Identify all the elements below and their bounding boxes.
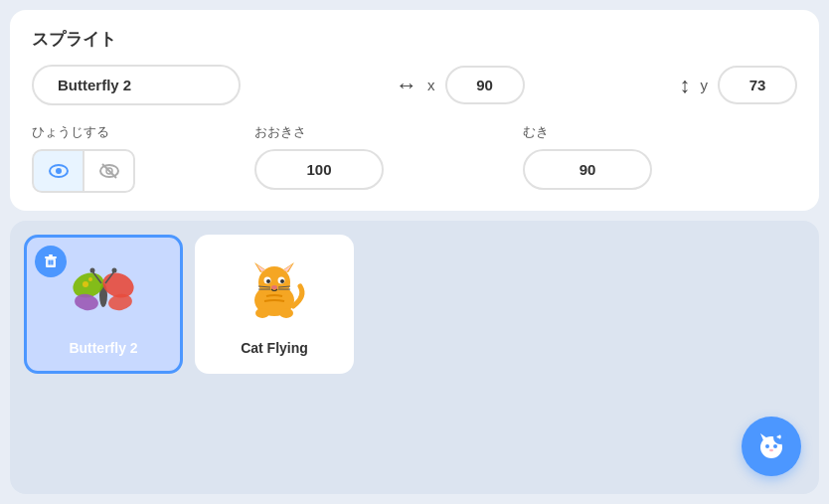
svg-rect-6 [45, 256, 57, 258]
butterfly2-label: Butterfly 2 [69, 340, 137, 356]
visibility-buttons [32, 149, 135, 193]
svg-point-42 [765, 444, 769, 448]
size-field: おおきさ [254, 123, 384, 190]
catflying-image [235, 252, 314, 332]
sprite-card-butterfly2[interactable]: Butterfly 2 [24, 235, 183, 374]
svg-rect-7 [49, 254, 53, 256]
y-label: y [701, 77, 709, 93]
delete-sprite-button[interactable] [35, 246, 67, 277]
direction-input[interactable] [523, 149, 652, 190]
visibility-label: ひょうじする [32, 123, 135, 141]
eye-slash-icon [97, 159, 121, 183]
add-sprite-icon [752, 427, 790, 465]
catflying-svg [239, 258, 310, 326]
svg-point-30 [266, 279, 270, 283]
svg-rect-47 [779, 435, 781, 439]
x-label: x [427, 77, 435, 93]
size-label: おおきさ [254, 123, 384, 141]
panel-title: スプライト [32, 28, 797, 51]
row-properties: ひょうじする [32, 123, 797, 193]
svg-point-37 [255, 308, 269, 318]
sprite-name-input[interactable] [32, 65, 241, 105]
y-input[interactable] [718, 66, 797, 104]
x-input[interactable] [445, 66, 525, 104]
catflying-label: Cat Flying [241, 340, 308, 356]
arrow-vertical-icon: ↕ [680, 73, 691, 98]
direction-label: むき [523, 123, 652, 141]
eye-icon [47, 159, 71, 183]
svg-rect-9 [50, 260, 52, 265]
x-coord-group: ↔ x [396, 66, 525, 104]
visibility-show-button[interactable] [32, 149, 83, 193]
svg-point-31 [280, 279, 284, 283]
sprite-panel: スプライト ↔ x ↕ y ひょうじする [10, 10, 819, 211]
svg-rect-10 [52, 260, 54, 265]
row-name-coords: ↔ x ↕ y [32, 65, 797, 105]
svg-point-43 [773, 444, 777, 448]
y-coord-group: ↕ y [680, 66, 798, 104]
direction-field: むき [523, 123, 652, 190]
trash-icon [43, 253, 59, 269]
visibility-hide-button[interactable] [83, 149, 135, 193]
svg-point-1 [56, 168, 62, 174]
svg-point-18 [90, 268, 95, 273]
butterfly2-image [64, 252, 143, 332]
sprite-card-catflying[interactable]: Cat Flying [195, 235, 354, 374]
svg-point-21 [88, 277, 92, 281]
visibility-field: ひょうじする [32, 123, 135, 193]
sprites-area: Butterfly 2 [10, 221, 819, 494]
svg-point-32 [271, 285, 277, 289]
svg-point-19 [112, 268, 117, 273]
svg-point-20 [83, 281, 88, 287]
arrow-horizontal-icon: ↔ [396, 73, 417, 98]
svg-point-38 [279, 308, 293, 318]
svg-rect-8 [49, 260, 51, 265]
svg-point-44 [769, 449, 773, 452]
size-input[interactable] [254, 149, 384, 190]
add-sprite-button[interactable] [742, 417, 801, 476]
butterfly2-svg [69, 257, 138, 327]
main-container: スプライト ↔ x ↕ y ひょうじする [0, 0, 829, 504]
